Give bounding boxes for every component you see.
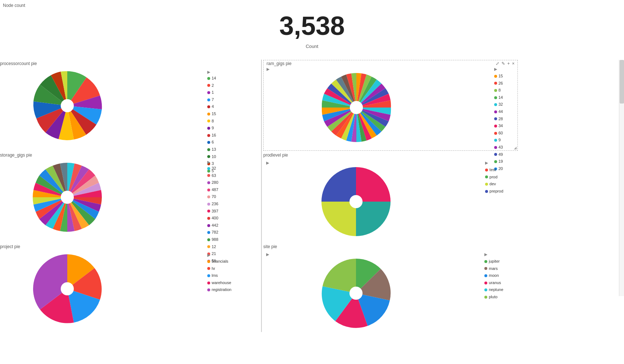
scrollbar-thumb[interactable] (620, 60, 624, 104)
project-title: project pie (0, 244, 145, 249)
legend-item: 70 (207, 194, 258, 200)
legend-item: 44 (494, 109, 503, 115)
site-expand-icon[interactable]: ▶ (266, 252, 269, 257)
legend-item: dev (485, 181, 503, 187)
legend-item: 32 (494, 101, 503, 108)
prodlevel-expand-icon[interactable]: ▶ (266, 161, 269, 165)
legend-item: 4 (207, 104, 258, 110)
legend-item: 6 (207, 139, 258, 146)
storagegigs-title: storage_gigs pie (0, 153, 145, 158)
site-pie-chart[interactable] (314, 251, 398, 335)
legend-item: 7 (207, 97, 258, 103)
storagegigs-legend: ▶ 32 63 280 487 70 236 397 400 442 782 9… (207, 160, 258, 264)
prodlevel-right-legend: ▶ test prod dev preprod (485, 161, 503, 194)
processorcount-title: processorcount pie (0, 61, 145, 66)
legend-item: prod (485, 174, 503, 181)
legend-item: 12 (207, 244, 258, 250)
svg-point-1 (61, 191, 74, 204)
svg-point-4 (349, 195, 363, 208)
legend-item: 1 (207, 89, 258, 96)
legend-item: uranus (484, 280, 503, 286)
big-number: 3,538 (279, 11, 345, 41)
legend-item: preprod (485, 188, 503, 195)
prodlevel-right-expand-icon[interactable]: ▶ (485, 161, 503, 165)
legend-item: 9 (494, 137, 503, 143)
legend-item: 8 (494, 87, 503, 94)
legend-item: 28 (494, 116, 503, 122)
legend-item: 16 (207, 132, 258, 139)
ramgigs-right-expand-icon[interactable]: ▶ (494, 67, 503, 72)
legend-item: 10 (207, 154, 258, 160)
legend-item: 782 (207, 229, 258, 236)
project-expand-icon[interactable]: ▶ (207, 253, 257, 258)
project-section: project pie (0, 244, 145, 328)
legend-item: 236 (207, 201, 258, 207)
legend-item: 8 (207, 118, 258, 125)
site-section: site pie ▶ ▶ jupiter mars moon uranus ne… (263, 244, 518, 250)
legend-item: 2 (207, 82, 258, 89)
legend-item: 400 (207, 215, 258, 222)
legend-item: 15 (494, 73, 503, 80)
legend-item: 60 (494, 130, 503, 137)
close-icon[interactable]: × (512, 61, 515, 66)
legend-item: financials (207, 258, 258, 265)
project-legend: ▶ financials hr lms warehouse registrati… (207, 253, 258, 293)
prodlevel-section: prodlevel pie ▶ ▶ test prod dev preprod (263, 153, 518, 158)
legend-item: pluto (484, 294, 503, 300)
processorcount-pie-chart[interactable] (0, 68, 142, 144)
resize-handle[interactable]: ◢ (514, 146, 517, 150)
ramgigs-pie-chart[interactable] (315, 68, 398, 147)
legend-item: jupiter (484, 258, 503, 265)
legend-item: 487 (207, 187, 258, 193)
legend-item: 34 (494, 123, 503, 129)
legend-item: 442 (207, 222, 258, 229)
storagegigs-pie-chart[interactable] (0, 159, 142, 235)
legend-item: moon (484, 272, 503, 279)
legend-item: 26 (494, 80, 503, 87)
processorcount-section: processorcount pie (0, 61, 145, 145)
legend-item: mars (484, 266, 503, 272)
legend-item: 280 (207, 179, 258, 186)
edit-icon[interactable]: ✎ (501, 61, 505, 66)
legend-item: 14 (207, 75, 258, 82)
legend-item: 15 (207, 111, 258, 117)
legend-item: 32 (207, 165, 258, 172)
legend-item: 397 (207, 208, 258, 215)
svg-point-0 (61, 99, 74, 112)
legend-item: 43 (494, 144, 503, 151)
expand-icon[interactable]: ⤢ (496, 61, 499, 66)
site-right-expand-icon[interactable]: ▶ (484, 252, 503, 257)
legend-item: test (485, 167, 503, 173)
svg-point-3 (350, 101, 363, 114)
legend-item: 14 (494, 94, 503, 101)
ramgigs-title: ram_gigs pie (267, 61, 292, 66)
storagegigs-expand-icon[interactable]: ▶ (207, 160, 257, 165)
prodlevel-title: prodlevel pie (263, 153, 518, 158)
vertical-separator (261, 60, 262, 332)
count-label: Count (306, 44, 319, 49)
legend-item: 988 (207, 236, 258, 243)
add-icon[interactable]: + (507, 61, 510, 66)
processorcount-expand-icon[interactable]: ▶ (207, 70, 257, 74)
node-count-label: Node count (3, 3, 25, 8)
prodlevel-pie-chart[interactable] (314, 160, 398, 243)
legend-item: 9 (207, 125, 258, 132)
svg-point-5 (349, 287, 363, 300)
legend-item: hr (207, 266, 258, 272)
legend-item: 13 (207, 146, 258, 153)
legend-item: lms (207, 272, 258, 279)
legend-item: warehouse (207, 280, 258, 286)
legend-item: 63 (207, 173, 258, 179)
legend-item: neptune (484, 287, 503, 293)
processorcount-legend: ▶ 14 2 1 7 4 15 8 9 16 6 13 10 3 5 (207, 70, 258, 174)
ramgigs-panel-icons[interactable]: ⤢ ✎ + × (496, 61, 515, 66)
scrollbar-track[interactable] (619, 60, 624, 296)
project-pie-chart[interactable] (0, 251, 142, 327)
ramgigs-panel: ram_gigs pie ⤢ ✎ + × ▶ (263, 60, 518, 151)
svg-point-2 (61, 282, 74, 295)
legend-item: registration (207, 287, 258, 293)
ramgigs-expand-icon[interactable]: ▶ (267, 67, 269, 72)
site-right-legend: ▶ jupiter mars moon uranus neptune pluto (484, 252, 503, 300)
storagegigs-section: storage_gigs pie (0, 153, 145, 236)
site-title: site pie (263, 244, 518, 249)
